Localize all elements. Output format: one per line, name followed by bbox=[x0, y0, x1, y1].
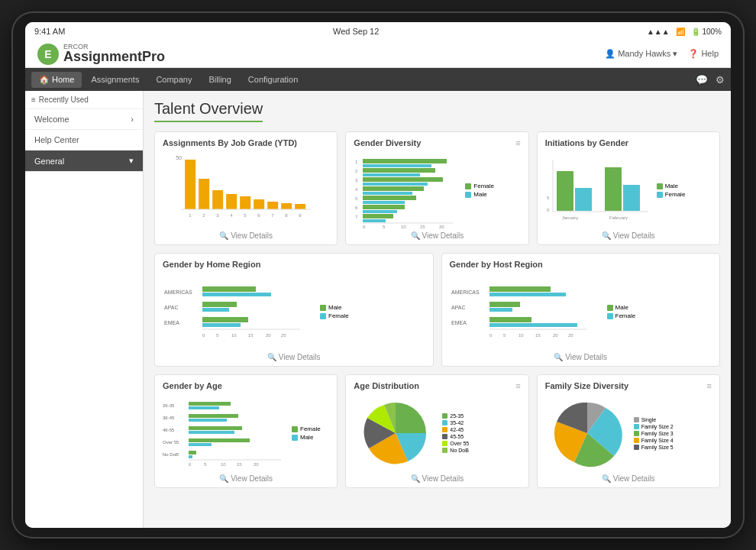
chart-title-5: Gender by Host Region bbox=[450, 260, 712, 269]
view-details-8[interactable]: 🔍 View Details bbox=[545, 474, 712, 483]
chart-age-distribution: Age Distribution ≡ bbox=[345, 374, 528, 488]
svg-text:Over 55: Over 55 bbox=[163, 440, 179, 445]
svg-rect-9 bbox=[295, 204, 305, 209]
settings-icon[interactable]: ⚙ bbox=[716, 74, 725, 86]
search-icon-1: 🔍 bbox=[219, 231, 228, 240]
svg-rect-49 bbox=[605, 167, 622, 211]
svg-text:5: 5 bbox=[383, 225, 386, 229]
svg-text:1: 1 bbox=[189, 213, 192, 218]
svg-text:6: 6 bbox=[355, 205, 358, 210]
svg-text:7: 7 bbox=[271, 213, 274, 218]
chart-initiations-by-gender: Initiations by Gender bbox=[537, 131, 720, 245]
svg-text:15: 15 bbox=[420, 225, 425, 229]
svg-rect-7 bbox=[267, 202, 278, 209]
svg-text:4: 4 bbox=[230, 213, 233, 218]
menu-icon-7[interactable]: ≡ bbox=[515, 381, 520, 390]
chart-area-2: 1 2 3 4 5 6 7 bbox=[354, 152, 520, 228]
view-details-3[interactable]: 🔍 View Details bbox=[545, 231, 712, 240]
chart-area-4: AMERICAS APAC EMEA bbox=[163, 273, 425, 350]
header-right: 👤 Mandy Hawks ▾ ❓ Help bbox=[605, 49, 719, 59]
chart-area-1: 50 bbox=[163, 152, 329, 228]
nav-company[interactable]: Company bbox=[148, 72, 199, 87]
svg-rect-38 bbox=[363, 201, 405, 204]
svg-rect-61 bbox=[202, 302, 237, 307]
chart-gender-by-age: Gender by Age 26-35 36-45 bbox=[154, 374, 338, 488]
legend-8: Single Family Size 2 Family Size 3 Famil… bbox=[634, 417, 674, 450]
chat-icon[interactable]: 💬 bbox=[696, 74, 708, 86]
svg-text:50: 50 bbox=[176, 155, 182, 160]
svg-text:10: 10 bbox=[519, 333, 524, 338]
chart-gender-by-home-region: Gender by Home Region AMERICAS APAC bbox=[154, 253, 434, 367]
svg-rect-64 bbox=[202, 317, 248, 322]
svg-rect-97 bbox=[189, 431, 234, 434]
logo-main-text: AssignmentPro bbox=[63, 49, 165, 64]
sidebar-item-welcome[interactable]: Welcome › bbox=[25, 109, 143, 130]
nav-home[interactable]: 🏠 Home bbox=[31, 72, 82, 88]
svg-rect-77 bbox=[489, 302, 520, 307]
view-details-5[interactable]: 🔍 View Details bbox=[450, 353, 712, 361]
chart-gender-diversity: Gender Diversity ≡ 1 2 3 4 5 6 bbox=[345, 131, 528, 245]
svg-text:APAC: APAC bbox=[164, 305, 179, 310]
svg-text:2: 2 bbox=[355, 169, 358, 173]
view-details-2[interactable]: 🔍 View Details bbox=[354, 231, 520, 240]
view-details-7[interactable]: 🔍 View Details bbox=[354, 474, 520, 483]
dashboard-row-1: Assignments By Job Grade (YTD) 50 bbox=[154, 131, 720, 245]
svg-text:15: 15 bbox=[535, 333, 541, 338]
svg-text:6: 6 bbox=[257, 213, 260, 218]
svg-text:8: 8 bbox=[285, 213, 288, 218]
svg-rect-33 bbox=[363, 214, 393, 218]
nav-billing[interactable]: Billing bbox=[201, 72, 238, 87]
chart-area-5: AMERICAS APAC EMEA bbox=[450, 273, 712, 350]
chart-title-7: Age Distribution ≡ bbox=[354, 381, 520, 390]
svg-text:3: 3 bbox=[355, 178, 358, 183]
svg-rect-4 bbox=[226, 194, 237, 209]
svg-rect-59 bbox=[202, 293, 271, 296]
svg-rect-34 bbox=[363, 164, 431, 167]
view-details-1[interactable]: 🔍 View Details bbox=[163, 231, 329, 240]
nav-assignments[interactable]: Assignments bbox=[83, 72, 147, 87]
dashboard-row-2: Gender by Home Region AMERICAS APAC bbox=[154, 253, 720, 367]
chart-area-3: 0 5 January February Male Female bbox=[545, 152, 712, 228]
svg-text:5: 5 bbox=[204, 462, 207, 467]
svg-text:5: 5 bbox=[355, 196, 358, 201]
sidebar-recently-used[interactable]: ≡ Recently Used bbox=[25, 91, 143, 109]
user-menu[interactable]: 👤 Mandy Hawks ▾ bbox=[605, 49, 677, 59]
menu-icon-2[interactable]: ≡ bbox=[515, 138, 520, 147]
legend-2: Female Male bbox=[465, 183, 494, 198]
svg-text:36-45: 36-45 bbox=[163, 416, 175, 420]
chart-area-8: Single Family Size 2 Family Size 3 Famil… bbox=[545, 395, 712, 471]
svg-rect-37 bbox=[363, 192, 412, 195]
svg-text:26-35: 26-35 bbox=[163, 403, 175, 408]
svg-rect-29 bbox=[363, 177, 443, 182]
svg-rect-62 bbox=[202, 308, 229, 312]
sidebar-item-help-center[interactable]: Help Center bbox=[25, 130, 143, 150]
view-details-4[interactable]: 🔍 View Details bbox=[163, 353, 425, 361]
svg-text:15: 15 bbox=[237, 462, 242, 467]
chart-title-8: Family Size Diversity ≡ bbox=[545, 381, 712, 390]
svg-rect-50 bbox=[623, 185, 640, 211]
svg-text:EMEA: EMEA bbox=[164, 320, 179, 325]
svg-rect-39 bbox=[363, 210, 397, 213]
status-day: Wed Sep 12 bbox=[333, 27, 379, 36]
menu-icon-8[interactable]: ≡ bbox=[707, 381, 712, 390]
signal-icon: ▲▲▲ bbox=[647, 28, 670, 36]
legend-7: 25-35 35-42 42-45 45-55 Over 55 No DoB bbox=[442, 413, 469, 453]
chart-title-2: Gender Diversity ≡ bbox=[354, 138, 520, 147]
svg-rect-31 bbox=[363, 196, 416, 200]
svg-rect-93 bbox=[189, 414, 238, 418]
wifi-icon: 📶 bbox=[676, 28, 685, 36]
svg-rect-48 bbox=[575, 188, 592, 211]
battery-icon: 🔋 100% bbox=[691, 28, 722, 36]
nav-bar: 🏠 Home Assignments Company Billing Confi… bbox=[25, 68, 731, 91]
nav-configuration[interactable]: Configuration bbox=[241, 72, 305, 87]
sidebar-item-general[interactable]: General ▾ bbox=[25, 150, 143, 172]
svg-text:20: 20 bbox=[439, 225, 444, 229]
svg-rect-75 bbox=[489, 293, 566, 296]
chart-assignments-by-job-grade: Assignments By Job Grade (YTD) 50 bbox=[154, 131, 338, 245]
svg-text:5: 5 bbox=[547, 196, 550, 200]
logo-icon: E bbox=[37, 44, 59, 65]
help-link[interactable]: ❓ Help bbox=[688, 49, 719, 59]
main-layout: ≡ Recently Used Welcome › Help Center Ge… bbox=[25, 91, 731, 528]
view-details-6[interactable]: 🔍 View Details bbox=[163, 474, 329, 483]
svg-text:5: 5 bbox=[244, 213, 247, 218]
